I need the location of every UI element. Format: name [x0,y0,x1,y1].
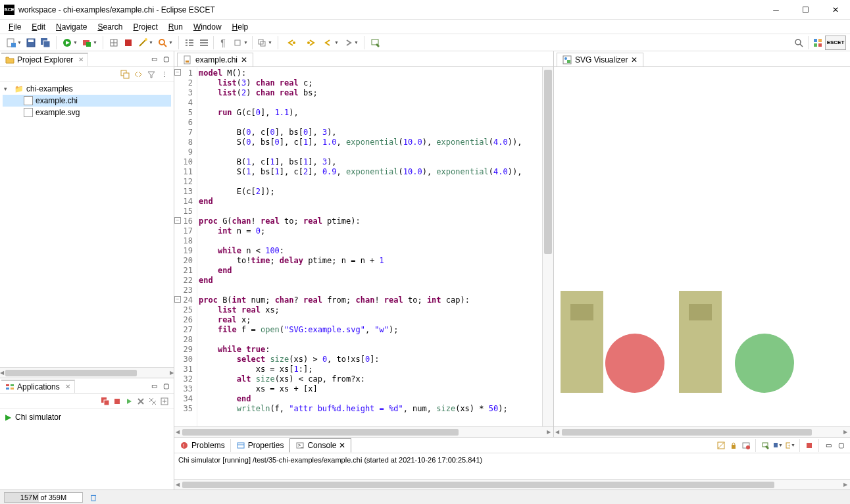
open-perspective-button[interactable] [811,36,825,50]
svg-point-62 [564,57,567,60]
code-text[interactable]: model M(): list(3) chan real c; list(2) … [197,67,542,426]
history-back-button[interactable]: ▼ [321,36,341,50]
bottom-tab-problems[interactable]: !Problems [174,439,231,452]
clear-console-icon[interactable] [716,440,726,451]
run-icon[interactable] [124,396,134,407]
svg-visualizer-tab[interactable]: SVG Visualizer ✕ [557,53,643,66]
memory-meter[interactable]: 157M of 359M [4,492,83,503]
main-toolbar: ▼ ▼ ▼ ▼ ▼ ¶ ▼ ▼ ▼ ▼ ESCET [0,34,850,51]
svg-rect-24 [200,39,208,41]
maximize-view-button[interactable]: ▢ [161,54,171,64]
minimize-view-button[interactable]: ▭ [149,54,159,64]
scroll-lock-icon[interactable] [728,440,739,451]
word-wrap-icon[interactable] [741,440,751,451]
project-explorer-tab[interactable]: Project Explorer ✕ [1,53,88,66]
back-last-edit-button[interactable] [282,36,301,50]
terminate-icon[interactable] [112,396,122,407]
editor-tab[interactable]: example.chi ✕ [177,53,253,66]
remove-icon[interactable] [136,396,146,407]
visualization-svg [554,67,850,409]
maximize-view-button[interactable]: ▢ [161,381,171,391]
tree-project-root[interactable]: ▾📁chi-examples [3,83,171,95]
close-icon[interactable]: ✕ [631,55,638,64]
debug-run-button[interactable]: ▼ [60,36,80,50]
tab-icon: >_ [295,441,305,450]
menu-run[interactable]: Run [164,21,188,33]
escet-perspective-button[interactable]: ESCET [825,36,846,50]
tree-file[interactable]: example.chi [3,95,171,107]
history-forward-button[interactable]: ▼ [341,36,361,50]
svg-rect-22 [189,42,193,43]
expand-icon[interactable] [159,396,170,407]
forward-last-edit-button[interactable] [301,36,321,50]
trash-icon[interactable] [88,492,99,503]
outline-expand-button[interactable] [182,36,197,50]
search-button[interactable]: ▼ [155,36,175,50]
open-console-icon[interactable]: +▼ [785,440,795,451]
collapse-all-icon[interactable] [120,69,130,80]
applications-tab[interactable]: Applications ✕ [1,380,75,393]
vertical-scrollbar[interactable] [542,67,553,426]
external-tools-button[interactable]: ▼ [80,36,99,50]
console-output[interactable]: Chi simulator [running] /test/35-chi-exa… [174,453,850,479]
line-gutter: 1−2345678910111213141516−171819202122232… [174,67,197,426]
close-icon[interactable]: ✕ [241,55,247,64]
console-h-scrollbar[interactable]: ◀▶ [174,479,850,490]
annotation-prev-button[interactable]: ▼ [230,36,250,50]
save-all-button[interactable] [38,36,53,50]
remove-all-icon[interactable] [147,396,158,407]
close-button[interactable]: ✕ [820,0,850,20]
svg-rect-20 [186,45,188,46]
menu-file[interactable]: File [4,21,26,33]
svg-rect-25 [200,42,208,43]
file-icon [183,55,192,64]
editor-h-scrollbar[interactable]: ◀▶ [174,426,553,437]
project-tree[interactable]: ▾📁chi-examplesexample.chiexample.svg [0,82,174,367]
svg-point-15 [145,38,147,41]
display-console-icon[interactable]: ▼ [772,440,783,451]
new-package-button[interactable] [107,36,121,50]
applications-list[interactable]: ▶ Chi simulator [0,409,174,490]
quick-access-search-icon[interactable] [791,36,806,50]
bottom-tab-properties[interactable]: Properties [231,439,290,452]
menu-search[interactable]: Search [93,21,127,33]
menu-help[interactable]: Help [228,21,253,33]
menu-edit[interactable]: Edit [27,21,50,33]
close-icon[interactable]: ✕ [339,441,345,450]
svg-icon [562,55,572,64]
code-editor[interactable]: 1−2345678910111213141516−171819202122232… [174,67,553,426]
menu-window[interactable]: Window [189,21,226,33]
new-button[interactable]: ▼ [4,36,24,50]
list-item[interactable]: ▶ Chi simulator [5,411,168,423]
maximize-view-button[interactable]: ▢ [836,440,846,451]
wand-button[interactable]: ▼ [136,36,155,50]
bottom-tab-console[interactable]: >_Console✕ [289,438,351,453]
close-icon[interactable]: ✕ [78,56,84,63]
save-button[interactable] [24,36,38,50]
terminate-button[interactable] [121,36,136,50]
svg-text:!: ! [183,443,184,449]
minimize-button[interactable]: ─ [761,0,791,20]
pin-editor-button[interactable] [368,36,382,50]
minimize-view-button[interactable]: ▭ [149,381,159,391]
annotation-next-button[interactable]: ▼ [255,36,274,50]
outline-collapse-button[interactable] [197,36,211,50]
pin-console-icon[interactable] [760,440,770,451]
menu-navigate[interactable]: Navigate [51,21,91,33]
pilcrow-button[interactable]: ¶ [216,36,230,50]
tree-file[interactable]: example.svg [3,107,171,118]
filter-icon[interactable] [146,69,157,80]
folder-icon [5,55,14,64]
svg-rect-19 [186,42,188,43]
menu-project[interactable]: Project [128,21,162,33]
link-editor-icon[interactable] [133,69,143,80]
maximize-button[interactable]: ☐ [791,0,820,20]
terminate-console-icon[interactable] [804,440,814,451]
terminate-all-icon[interactable] [100,396,111,407]
close-icon[interactable]: ✕ [65,383,70,390]
svg-h-scrollbar[interactable]: ◀▶ [554,426,850,437]
view-menu-icon[interactable]: ⋮ [159,69,170,80]
svg-visualizer-pane: SVG Visualizer ✕ ◀▶ [554,51,850,437]
explorer-scrollbar[interactable]: ◀▶ [0,367,174,378]
minimize-view-button[interactable]: ▭ [823,440,834,451]
